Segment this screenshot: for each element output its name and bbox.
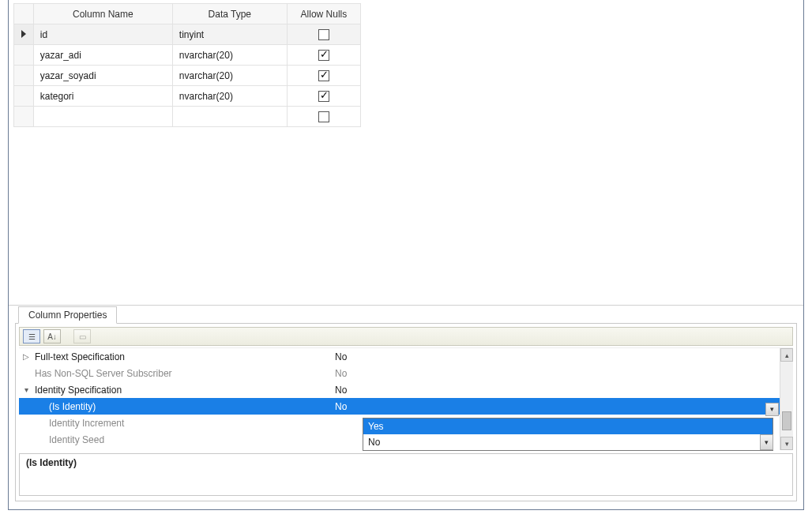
property-row-identity-spec[interactable]: ▾ Identity Specification No [19,381,793,398]
table-row[interactable]: yazar_adi nvarchar(20) [14,45,361,66]
table-row[interactable]: id tinyint [14,24,361,45]
property-name: Full-text Specification [33,351,333,362]
cell-column-name[interactable] [33,107,172,127]
dropdown-button[interactable]: ▾ [760,434,773,450]
checkbox-icon[interactable] [318,29,329,40]
checkbox-icon[interactable] [318,70,329,81]
row-selector[interactable] [14,66,34,86]
window-frame: Column Name Data Type Allow Nulls id tin… [8,0,804,510]
property-row-nonsql: Has Non-SQL Server Subscriber No [19,365,793,381]
cell-column-name[interactable]: id [33,24,172,45]
dropdown-button[interactable]: ▾ [765,403,779,416]
row-selector[interactable] [14,86,34,107]
vertical-scrollbar[interactable]: ▴ ▾ [780,348,793,450]
property-name: Identity Increment [47,418,333,429]
property-row-is-identity[interactable]: (Is Identity) No ▾ [19,398,793,415]
cell-allow-nulls[interactable] [287,66,360,86]
property-name: Has Non-SQL Server Subscriber [33,368,333,379]
properties-box: ☰ A↓ ▭ ▴ ▾ ▷ Full-text Specification No [15,323,797,501]
table-row[interactable]: yazar_soyadi nvarchar(20) [14,66,361,86]
checkbox-icon[interactable] [318,50,329,61]
dropdown-option-no[interactable]: No [363,434,773,450]
expand-icon[interactable]: ▷ [19,352,33,361]
cell-data-type[interactable]: nvarchar(20) [172,45,287,66]
is-identity-dropdown[interactable]: Yes No ▾ [363,418,773,451]
property-value[interactable]: No ▾ [333,401,779,412]
dropdown-option-yes[interactable]: Yes [363,419,773,434]
collapse-icon[interactable]: ▾ [19,385,33,394]
columns-grid[interactable]: Column Name Data Type Allow Nulls id tin… [13,3,361,127]
property-value: No [333,385,779,396]
description-title: (Is Identity) [26,457,786,468]
cell-data-type[interactable]: nvarchar(20) [172,66,287,86]
table-row[interactable]: kategori nvarchar(20) [14,86,361,107]
property-value: No [333,368,779,379]
header-allow-nulls[interactable]: Allow Nulls [287,4,360,24]
property-value: No [333,351,779,362]
property-value-text: No [335,401,347,412]
row-selector[interactable] [14,24,34,45]
categorized-button[interactable]: ☰ [23,329,40,343]
toolbar-separator [64,329,70,343]
properties-toolbar: ☰ A↓ ▭ [19,327,793,346]
property-row-fulltext[interactable]: ▷ Full-text Specification No [19,348,793,365]
tab-column-properties[interactable]: Column Properties [18,306,117,324]
grid-header-row: Column Name Data Type Allow Nulls [14,4,361,24]
property-name: Identity Seed [47,434,333,445]
cell-allow-nulls[interactable] [287,24,360,45]
cell-column-name[interactable]: yazar_soyadi [33,66,172,86]
property-name: Identity Specification [33,385,333,396]
cell-column-name[interactable]: kategori [33,86,172,107]
alphabetical-button[interactable]: A↓ [43,329,61,343]
cell-column-name[interactable]: yazar_adi [33,45,172,66]
scroll-up-icon[interactable]: ▴ [780,348,793,362]
checkbox-icon[interactable] [318,91,329,102]
property-list[interactable]: ▴ ▾ ▷ Full-text Specification No Has Non… [19,347,793,450]
row-pointer-icon [21,30,26,38]
property-description: (Is Identity) [19,453,793,496]
column-properties-panel: Column Properties ☰ A↓ ▭ ▴ ▾ ▷ Full-text… [9,305,803,509]
scrollbar-thumb[interactable] [782,411,791,430]
table-row[interactable] [14,107,361,127]
row-selector[interactable] [14,107,34,127]
header-column-name[interactable]: Column Name [33,4,172,24]
property-name: (Is Identity) [47,401,333,412]
table-designer: Column Name Data Type Allow Nulls id tin… [9,0,803,130]
property-pages-button[interactable]: ▭ [73,329,91,343]
cell-data-type[interactable]: tinyint [172,24,287,45]
cell-allow-nulls[interactable] [287,86,360,107]
cell-data-type[interactable]: nvarchar(20) [172,86,287,107]
row-selector[interactable] [14,45,34,66]
cell-allow-nulls[interactable] [287,45,360,66]
scroll-down-icon[interactable]: ▾ [780,437,793,450]
cell-allow-nulls[interactable] [287,107,360,127]
header-data-type[interactable]: Data Type [172,4,287,24]
row-header-blank [14,4,34,24]
checkbox-icon[interactable] [318,111,329,122]
cell-data-type[interactable] [172,107,287,127]
